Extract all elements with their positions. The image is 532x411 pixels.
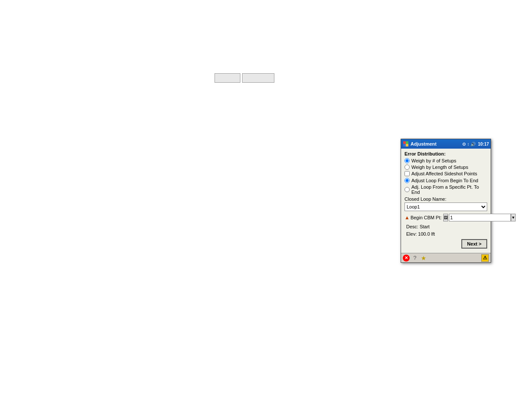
desc-info: Desc: Start Elev: 100.0 lft [406,223,487,237]
cbm-dropdown-button[interactable]: ▼ [511,214,516,221]
adjustment-dialog: Adjustment ⊙ ↕ 🔊 10:17 Error Distributio… [401,139,491,263]
radio-weigh-by-length[interactable] [404,165,410,170]
next-button-row: Next > [404,239,487,249]
title-icon-speaker: 🔊 [470,142,476,146]
checkbox-sideshot-label: Adjust Affected Sideshot Points [411,171,477,176]
dialog-content: Error Distribution: Weigh by # of Setups… [401,149,491,253]
radio-adjust-specific-row: Adj. Loop From a Specific Pt. To End [404,184,487,195]
radio-adjust-begin-end-row: Adjust Loop From Begin To End [404,178,487,183]
radio-weigh-length-row: Weigh by Length of Setups [404,165,487,170]
radio-weigh-setups-label: Weigh by # of Setups [411,158,456,163]
windows-logo [403,141,409,147]
top-button-area [215,73,274,83]
radio-adjust-specific[interactable] [404,187,410,192]
close-status-icon[interactable]: ✕ [403,255,410,262]
warning-icon: ⚠ [481,254,489,262]
radio-weigh-length-label: Weigh by Length of Setups [411,165,468,170]
radio-adjust-specific-label: Adj. Loop From a Specific Pt. To End [411,184,487,195]
quad-yellow [406,144,408,146]
title-bar: Adjustment ⊙ ↕ 🔊 10:17 [401,139,491,149]
triangle-icon: ▲ [404,215,410,221]
cbm-label: Begin CBM Pt: [411,215,442,220]
top-button-2[interactable] [242,73,274,83]
title-bar-icons: ⊙ ↕ 🔊 10:17 [462,142,489,146]
star-status-icon[interactable]: ★ [420,255,427,262]
top-button-1[interactable] [215,73,240,83]
help-status-icon[interactable]: ? [411,255,418,262]
title-icon-1: ⊙ [462,142,466,146]
windows-quad-icon [403,141,408,146]
checkbox-sideshot[interactable] [404,171,410,176]
dialog-title: Adjustment [411,141,462,146]
error-distribution-label: Error Distribution: [404,151,487,156]
radio-adjust-begin-end[interactable] [404,178,410,183]
radio-weigh-by-setups[interactable] [404,158,410,163]
checkbox-sideshot-row: Adjust Affected Sideshot Points [404,171,487,176]
elev-label: Elev: 100.0 lft [406,230,487,238]
next-button[interactable]: Next > [461,239,487,249]
title-icon-2: ↕ [467,142,469,146]
title-time: 10:17 [478,142,489,146]
cbm-input[interactable] [449,214,511,221]
cbm-picture-icon[interactable]: 🖼 [443,214,448,221]
status-bar: ✕ ? ★ ⚠ [401,253,491,262]
closed-loop-name-label: Closed Loop Name: [404,196,487,202]
radio-adjust-begin-end-label: Adjust Loop From Begin To End [411,178,478,183]
radio-weigh-setups-row: Weigh by # of Setups [404,158,487,163]
closed-loop-dropdown[interactable]: Loop1 [404,202,487,211]
desc-label: Desc: Start [406,223,487,230]
